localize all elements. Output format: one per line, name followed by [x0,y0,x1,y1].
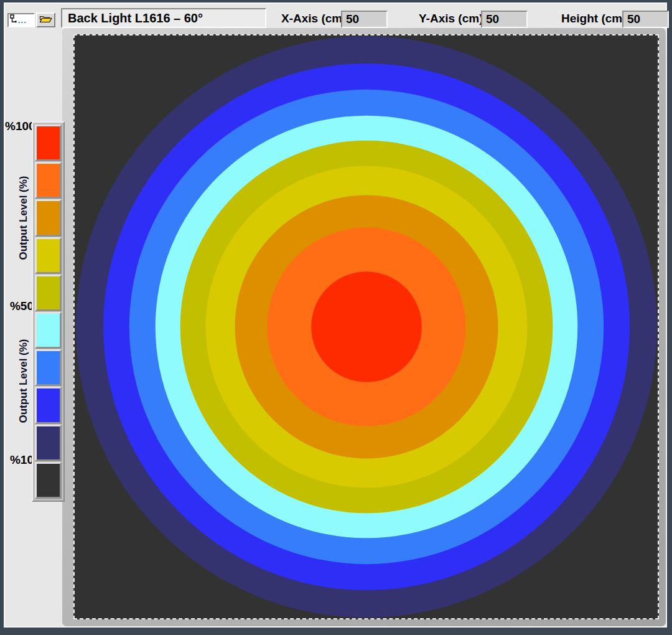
legend-swatch [35,349,62,386]
legend-swatch [35,462,62,499]
legend-swatch [35,275,62,311]
y-axis-label: Y-Axis (cm) [419,10,483,27]
legend-swatch [35,312,62,349]
output-level-axis-label-lower: Output Level (%) [17,319,32,443]
path-ellipsis: ... [18,17,27,24]
legend-swatch [35,199,62,236]
app-window: ... Back Light L1616 – 60° X-Axis (cm) Y… [0,0,672,635]
path-icon [10,14,17,26]
open-folder-icon [39,14,52,26]
intensity-graph-frame [62,28,666,626]
legend-swatch [35,237,62,274]
legend-swatch [35,425,62,461]
legend-tick-50: %50 [5,299,34,313]
fixture-title-field[interactable]: Back Light L1616 – 60° [61,8,266,28]
legend-swatch [35,162,62,199]
legend-swatch [35,125,62,161]
x-axis-input[interactable] [341,11,388,28]
legend-tick-10: %10 [5,453,34,467]
output-level-axis-label-upper: Output Level (%) [17,156,32,280]
file-path-control[interactable]: ... [7,13,35,27]
height-input[interactable] [622,11,669,28]
x-axis-label: X-Axis (cm) [281,10,347,27]
beam-pattern-rings [75,35,658,618]
legend-color-scale [32,121,65,502]
legend-tick-100: %100 [5,120,34,133]
height-label: Height (cm) [561,10,627,27]
open-file-button[interactable] [36,12,55,27]
legend-swatch [35,387,62,423]
front-panel: ... Back Light L1616 – 60° X-Axis (cm) Y… [4,2,667,628]
y-axis-input[interactable] [481,11,528,28]
intensity-plot [73,34,659,619]
